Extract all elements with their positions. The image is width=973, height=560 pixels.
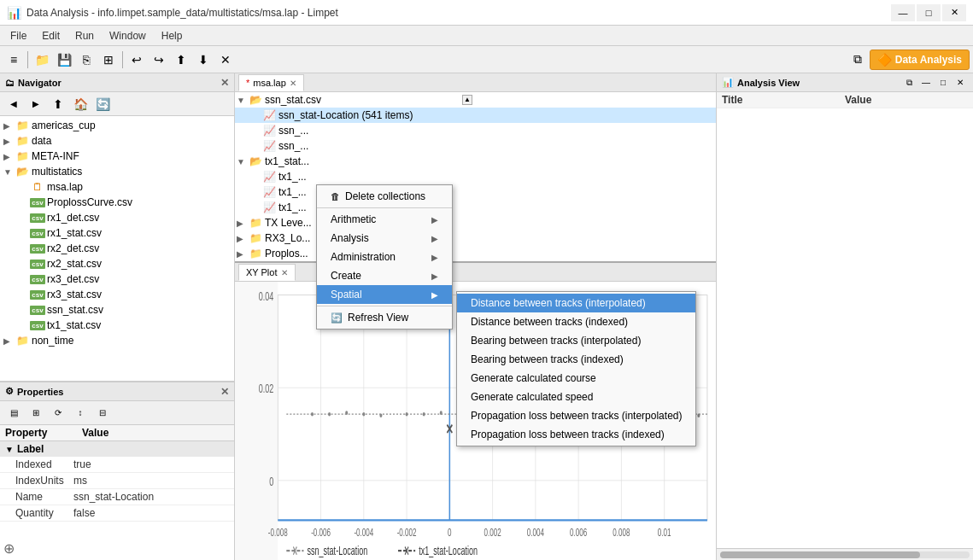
item-label: rx1_stat.csv	[47, 227, 102, 239]
nav-tree-item-rx1-stat[interactable]: csv rx1_stat.csv	[0, 225, 234, 241]
props-filter-btn[interactable]: ⟳	[48, 403, 68, 423]
properties-close-icon[interactable]: ✕	[220, 386, 229, 398]
menu-window[interactable]: Window	[103, 28, 153, 44]
msa-tree-rx3-lo-folder[interactable]: ▶ 📁 RX3_Lo...	[235, 230, 716, 246]
nav-back-btn[interactable]: ◀	[3, 94, 24, 114]
msa-scroll-up-btn[interactable]: ▲	[462, 95, 472, 105]
minimize-button[interactable]: —	[891, 4, 915, 21]
av-btn-2[interactable]: —	[918, 75, 934, 90]
nav-tree-item-data[interactable]: ▶ 📁 data	[0, 133, 234, 149]
nav-up-btn[interactable]: ⬆	[48, 94, 68, 114]
cm-item-delete[interactable]: 🗑 Delete collections	[317, 187, 452, 206]
msa-tab[interactable]: * msa.lap ✕	[238, 74, 304, 91]
msa-tree-ssn-2[interactable]: 📈 ssn_...	[235, 123, 716, 138]
nav-tree-item-msa-lap[interactable]: 🗒 msa.lap	[0, 179, 234, 195]
msa-tree-proploss-folder[interactable]: ▶ 📁 Proplos...	[235, 246, 716, 261]
xy-plot-tab-close[interactable]: ✕	[281, 268, 288, 277]
toolbar-undo-btn[interactable]: ↩	[126, 50, 147, 70]
sm-item-dist-indexed[interactable]: Distance between tracks (indexed)	[457, 312, 695, 331]
toolbar-delete-btn[interactable]: ✕	[215, 50, 236, 70]
toolbar-redo-btn[interactable]: ↪	[149, 50, 169, 70]
cm-item-create[interactable]: Create ▶	[317, 266, 452, 285]
svg-text:0.02: 0.02	[259, 382, 274, 394]
msa-tree-tx1-2[interactable]: 📈 tx1_...	[235, 184, 716, 200]
nav-tree-item-rx3-stat[interactable]: csv rx3_stat.csv	[0, 287, 234, 302]
nav-tree-item-ssn-stat[interactable]: csv ssn_stat.csv	[0, 302, 234, 318]
folder-icon: 📁	[249, 231, 262, 245]
sm-label-dist-indexed: Distance between tracks (indexed)	[471, 316, 628, 328]
nav-tree-item-multistatics[interactable]: ▼ 📂 multistatics	[0, 164, 234, 179]
toolbar-save-btn[interactable]: 💾	[54, 50, 74, 70]
xy-plot-tab[interactable]: XY Plot ✕	[238, 264, 296, 281]
toolbar-down-btn[interactable]: ⬇	[193, 50, 214, 70]
av-btn-4[interactable]: ✕	[952, 75, 968, 90]
folder-icon: 📁	[15, 149, 29, 163]
props-table-btn[interactable]: ▤	[3, 403, 24, 423]
svg-text:-0.006: -0.006	[311, 527, 331, 538]
av-header-left: 📊 Analysis View	[722, 77, 800, 88]
msa-tree-tx1-1[interactable]: 📈 tx1_...	[235, 169, 716, 184]
menu-run[interactable]: Run	[68, 28, 101, 44]
av-scrollbar[interactable]	[717, 548, 973, 560]
csv-icon: csv	[31, 257, 44, 271]
av-btn-3[interactable]: □	[935, 75, 951, 90]
sm-item-bearing-interpolated[interactable]: Bearing between tracks (interpolated)	[457, 331, 695, 350]
nav-refresh-btn[interactable]: 🔄	[92, 94, 113, 114]
sm-item-proploss-interpolated[interactable]: Propagation loss between tracks (interpo…	[457, 406, 695, 425]
cm-item-arithmetic[interactable]: Arithmetic ▶	[317, 210, 452, 229]
maximize-button[interactable]: □	[917, 4, 941, 21]
props-sort-btn[interactable]: ↕	[70, 403, 91, 423]
item-label: rx2_stat.csv	[47, 258, 102, 270]
data-analysis-btn[interactable]: 🔶 Data Analysis	[870, 50, 970, 70]
folder-icon: 📁	[15, 119, 29, 132]
close-button[interactable]: ✕	[942, 4, 966, 21]
nav-tree-item-rx2-det[interactable]: csv rx2_det.csv	[0, 241, 234, 256]
av-btn-1[interactable]: ⧉	[901, 75, 917, 90]
toolbar-menu-btn[interactable]: ≡	[3, 50, 24, 70]
menu-help[interactable]: Help	[155, 28, 190, 44]
sm-item-proploss-indexed[interactable]: Propagation loss between tracks (indexed…	[457, 425, 695, 444]
toggle-icon: ▶	[237, 219, 249, 228]
nav-tree-item-rx2-stat[interactable]: csv rx2_stat.csv	[0, 256, 234, 271]
toolbar-grid-btn[interactable]: ⊞	[98, 50, 119, 70]
msa-tree-ssn-location[interactable]: 📈 ssn_stat-Location (541 items)	[235, 108, 716, 123]
sm-item-bearing-indexed[interactable]: Bearing between tracks (indexed)	[457, 350, 695, 369]
cm-item-administration[interactable]: Administration ▶	[317, 248, 452, 266]
nav-tree-item-proploss-curve[interactable]: csv ProplossCurve.csv	[0, 195, 234, 210]
sm-item-dist-interpolated[interactable]: Distance between tracks (interpolated)	[457, 294, 695, 312]
cm-item-refresh[interactable]: 🔄 Refresh View	[317, 308, 452, 327]
cm-item-spatial[interactable]: Spatial ▶	[317, 285, 452, 304]
props-collapse-btn[interactable]: ⊟	[92, 403, 113, 423]
nav-tree-item-americas-cup[interactable]: ▶ 📁 americas_cup	[0, 118, 234, 133]
nav-home-btn[interactable]: 🏠	[70, 94, 91, 114]
msa-tree-tx1-3[interactable]: 📈 tx1_...	[235, 200, 716, 215]
sm-item-gen-speed[interactable]: Generate calculated speed	[457, 388, 695, 406]
analysis-view-panel: 📊 Analysis View ⧉ — □ ✕ Title Value	[717, 73, 973, 560]
nav-forward-btn[interactable]: ▶	[26, 94, 46, 114]
props-tree-btn[interactable]: ⊞	[26, 403, 46, 423]
svg-point-35	[362, 412, 365, 417]
msa-tree-ssn-stat-folder[interactable]: ▼ 📂 ssn_stat.csv	[235, 92, 716, 108]
nav-tree-item-non-time[interactable]: ▶ 📁 non_time	[0, 333, 234, 348]
toggle-icon: ▼	[237, 96, 249, 105]
toolbar-perspective-btn[interactable]: ⧉	[847, 50, 868, 70]
add-item-button[interactable]: ⊕	[3, 540, 15, 557]
navigator-close-icon[interactable]: ✕	[220, 77, 229, 89]
nav-tree-item-meta-inf[interactable]: ▶ 📁 META-INF	[0, 149, 234, 164]
toolbar-up-btn[interactable]: ⬆	[171, 50, 191, 70]
sm-label-gen-course: Generate calculated course	[471, 372, 596, 384]
msa-tree-tx1-stat-folder[interactable]: ▼ 📂 tx1_stat...	[235, 154, 716, 169]
msa-tree-tx-level-folder[interactable]: ▶ 📁 TX Leve...	[235, 215, 716, 230]
nav-tree-item-rx1-det[interactable]: csv rx1_det.csv	[0, 210, 234, 225]
svg-text:0.01: 0.01	[658, 527, 671, 538]
msa-tree-ssn-3[interactable]: 📈 ssn_...	[235, 138, 716, 154]
nav-tree-item-tx1-stat[interactable]: csv tx1_stat.csv	[0, 318, 234, 333]
toolbar-copy-btn[interactable]: ⎘	[76, 50, 97, 70]
msa-tab-close[interactable]: ✕	[290, 79, 296, 88]
menu-file[interactable]: File	[3, 28, 33, 44]
nav-tree-item-rx3-det[interactable]: csv rx3_det.csv	[0, 271, 234, 287]
sm-item-gen-course[interactable]: Generate calculated course	[457, 369, 695, 388]
cm-item-analysis[interactable]: Analysis ▶	[317, 229, 452, 248]
toolbar-open-btn[interactable]: 📁	[32, 50, 52, 70]
menu-edit[interactable]: Edit	[35, 28, 67, 44]
